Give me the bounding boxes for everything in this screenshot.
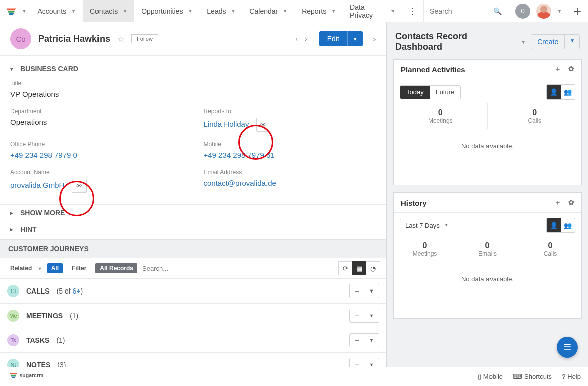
planned-activities-dashlet: Planned Activities ＋ ✿ Today Future 👤 👥 … <box>393 59 582 185</box>
filter-all-records-badge[interactable]: All Records <box>95 263 137 273</box>
dashboard-title: Contacts Record Dashboard <box>395 31 516 52</box>
search-input[interactable] <box>430 7 490 15</box>
dashlet-add-icon[interactable]: ＋ <box>554 198 561 207</box>
search-icon[interactable]: 🔍 <box>490 7 505 15</box>
subpanel-add-icon[interactable]: ＋ <box>349 284 364 298</box>
sugarcrm-logo[interactable]: sugarcrm <box>7 371 57 382</box>
subpanel-row[interactable]: Ts TASKS (1) ＋ ▼ <box>0 328 386 353</box>
notification-badge[interactable]: 0 <box>515 4 530 19</box>
nav-calendar[interactable]: Calendar▼ <box>242 0 295 22</box>
planned-no-data: No data available. <box>394 129 581 185</box>
subpanel-avatar: Me <box>7 310 19 322</box>
logo-menu-caret[interactable]: ▼ <box>22 9 31 14</box>
footer-help-link[interactable]: ? Help <box>562 373 581 380</box>
dashboard-menu-caret[interactable]: ▼ <box>521 39 526 45</box>
hint-header[interactable]: HINT <box>10 221 376 237</box>
nav-reports[interactable]: Reports▼ <box>295 0 343 22</box>
favorite-star-icon[interactable]: ☆ <box>117 34 124 44</box>
planned-tab-future[interactable]: Future <box>430 86 461 99</box>
business-card-label: BUSINESS CARD <box>20 65 78 73</box>
preview-account-icon[interactable]: 👁 <box>72 179 87 193</box>
edit-button[interactable]: Edit <box>319 31 347 46</box>
mobile-link[interactable]: +49 234 298 7979 61 <box>204 151 275 159</box>
subpanel-row[interactable]: Nt NOTES (3) ＋ ▼ <box>0 353 386 367</box>
create-button[interactable]: Create <box>531 35 564 49</box>
journeys-search-input[interactable] <box>142 265 243 272</box>
user-menu-caret[interactable]: ▼ <box>557 9 562 14</box>
create-menu-caret[interactable]: ▼ <box>564 35 580 49</box>
dashlet-gear-icon[interactable]: ✿ <box>568 65 574 74</box>
user-avatar[interactable] <box>536 4 551 19</box>
planned-tab-today[interactable]: Today <box>400 86 430 99</box>
stat-cell[interactable]: 0Emails <box>456 236 519 262</box>
title-value: VP Operations <box>10 90 376 99</box>
subpanel-row[interactable]: Cl CALLS (5 of 6+) ＋ ▼ <box>0 279 386 304</box>
subpanel-menu-caret[interactable]: ▼ <box>364 358 379 367</box>
expand-sidebar-icon[interactable]: » <box>373 35 376 43</box>
reports-to-link[interactable]: Linda Holiday <box>204 120 249 128</box>
subpanel-row[interactable]: Me MEETINGS (1) ＋ ▼ <box>0 304 386 328</box>
stat-cell[interactable]: 0Meetings <box>394 236 456 262</box>
account-name-label: Account Name <box>10 169 183 176</box>
floating-action-button[interactable]: ☰ <box>557 337 578 358</box>
history-team-icon[interactable]: 👥 <box>561 218 575 232</box>
show-more-label: SHOW MORE <box>20 209 65 217</box>
related-all-badge[interactable]: All <box>47 263 63 273</box>
edit-menu-caret[interactable]: ▼ <box>347 31 363 46</box>
svg-text:sugarcrm: sugarcrm <box>20 372 44 378</box>
preview-reports-to-icon[interactable]: 👁 <box>256 118 271 132</box>
history-range-dropdown[interactable]: Last 7 Days <box>400 219 452 232</box>
nav-accounts[interactable]: Accounts▼ <box>30 0 83 22</box>
quick-create-icon[interactable]: ＋ <box>566 0 588 22</box>
show-more-header[interactable]: SHOW MORE <box>10 205 376 221</box>
subpanel-add-icon[interactable]: ＋ <box>349 309 364 323</box>
subpanel-count-link[interactable]: 6+ <box>73 287 81 295</box>
app-logo[interactable] <box>0 6 22 17</box>
subpanel-menu-caret[interactable]: ▼ <box>364 309 379 323</box>
subpanel-add-icon[interactable]: ＋ <box>349 358 364 367</box>
activity-stream-icon[interactable]: ◔ <box>366 261 380 275</box>
planned-team-icon[interactable]: 👥 <box>561 85 575 99</box>
subpanel-title: CALLS <box>26 287 50 295</box>
nav-data-privacy[interactable]: Data Privacy▼ <box>343 0 402 22</box>
office-phone-label: Office Phone <box>10 141 183 148</box>
subpanel-menu-caret[interactable]: ▼ <box>364 284 379 298</box>
refresh-icon[interactable]: ⟳ <box>338 261 352 275</box>
hint-label: HINT <box>20 225 37 233</box>
history-user-icon[interactable]: 👤 <box>547 218 561 232</box>
footer-mobile-link[interactable]: ▯ Mobile <box>478 373 503 380</box>
subpanel-add-icon[interactable]: ＋ <box>349 333 364 347</box>
account-name-link[interactable]: provalida GmbH <box>10 181 64 189</box>
dashlet-add-icon[interactable]: ＋ <box>554 65 561 74</box>
planned-user-icon[interactable]: 👤 <box>547 85 561 99</box>
global-search[interactable]: 🔍 <box>423 0 511 22</box>
subpanel-menu-caret[interactable]: ▼ <box>364 333 379 347</box>
next-record-icon[interactable]: › <box>305 35 307 43</box>
email-link[interactable]: contact@provalida.de <box>204 179 276 187</box>
related-dropdown[interactable]: Related ▼ <box>6 265 42 272</box>
subpanel-title: TASKS <box>26 336 49 344</box>
nav-contacts[interactable]: Contacts▼ <box>83 0 134 22</box>
svg-marker-3 <box>10 373 17 374</box>
footer-shortcuts-link[interactable]: ⌨ Shortcuts <box>513 373 552 380</box>
nav-items: Accounts▼ Contacts▼ Opportunities▼ Leads… <box>30 0 402 22</box>
grid-view-icon[interactable]: ▦ <box>352 261 366 275</box>
filter-label[interactable]: Filter <box>68 263 90 273</box>
history-no-data: No data available. <box>394 262 581 318</box>
follow-button[interactable]: Follow <box>131 34 158 43</box>
prev-record-icon[interactable]: ‹ <box>295 35 298 43</box>
planned-activities-title: Planned Activities <box>401 65 465 74</box>
office-phone-link[interactable]: +49 234 298 7979 0 <box>10 151 77 159</box>
journeys-toolbar: Related ▼ All Filter All Records ⟳ ▦ ◔ <box>0 258 386 279</box>
dashlet-gear-icon[interactable]: ✿ <box>568 198 574 207</box>
stat-cell[interactable]: 0Meetings <box>394 103 488 129</box>
nav-leads[interactable]: Leads▼ <box>200 0 242 22</box>
nav-overflow-icon[interactable]: ⋮ <box>402 6 423 17</box>
stat-cell[interactable]: 0Calls <box>519 236 581 262</box>
chevron-right-icon <box>10 210 16 216</box>
stat-label: Calls <box>519 250 581 257</box>
business-card-header[interactable]: BUSINESS CARD <box>10 61 376 77</box>
stat-number: 0 <box>394 241 456 250</box>
nav-opportunities[interactable]: Opportunities▼ <box>134 0 200 22</box>
stat-cell[interactable]: 0Calls <box>488 103 582 129</box>
